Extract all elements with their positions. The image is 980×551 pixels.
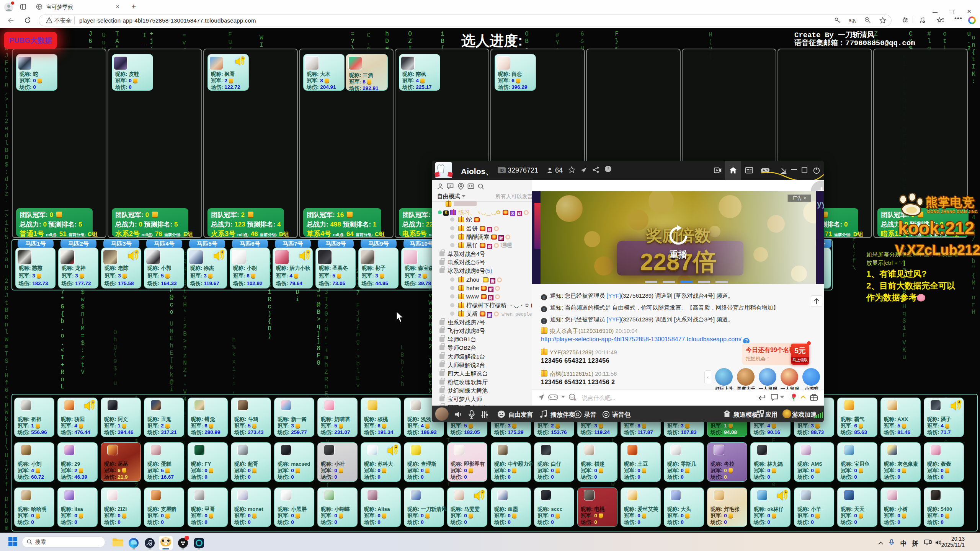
svg-text:1: 1: [307, 250, 309, 254]
svg-text:3: 3: [958, 400, 960, 404]
svg-text:1: 1: [395, 445, 397, 448]
svg-text:1: 1: [785, 490, 787, 494]
svg-text:1: 1: [92, 400, 94, 404]
svg-text:1: 1: [242, 56, 244, 60]
svg-text:z: z: [449, 184, 451, 187]
svg-text:A: A: [574, 398, 577, 401]
svg-text:1: 1: [221, 250, 223, 254]
svg-text:2: 2: [482, 490, 483, 494]
svg-text:2: 2: [136, 250, 137, 254]
